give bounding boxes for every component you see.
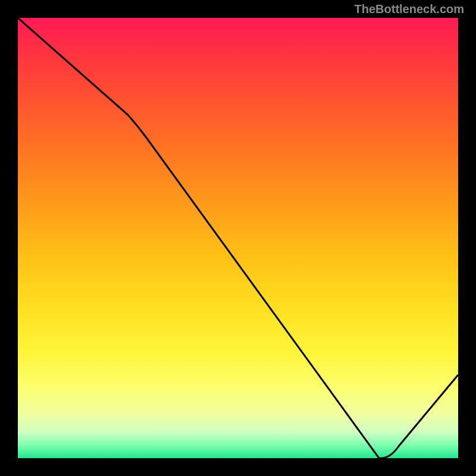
watermark-text: TheBottleneck.com xyxy=(355,2,464,16)
bottleneck-curve-path xyxy=(18,18,458,458)
chart-line-layer xyxy=(18,18,458,458)
